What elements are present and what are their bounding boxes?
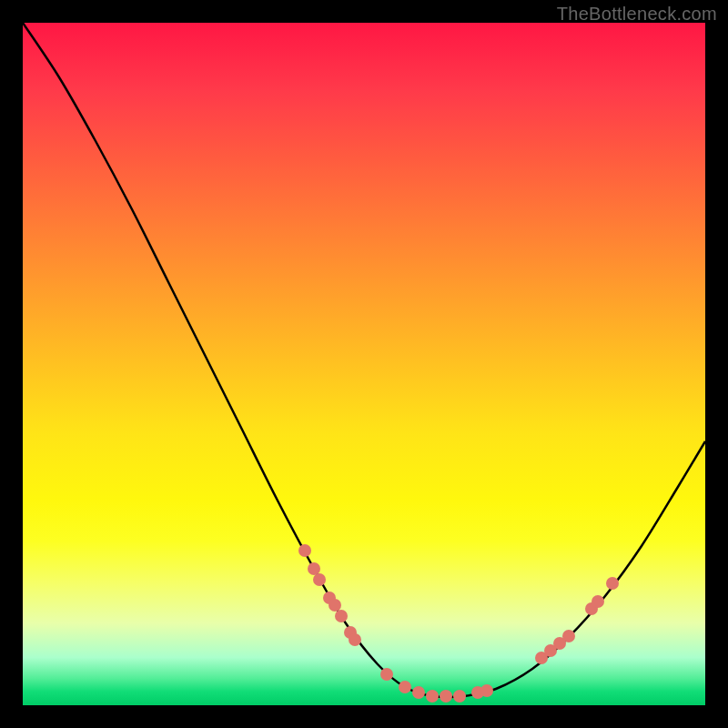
watermark-text: TheBottleneck.com [557,4,717,25]
data-point [453,690,466,703]
data-point [313,573,326,586]
data-point [440,690,452,703]
bottleneck-curve [23,23,705,697]
data-point [380,668,393,681]
data-point [298,544,311,557]
data-point [606,577,619,590]
data-point [426,690,439,703]
data-point [349,633,361,646]
data-point [335,610,348,622]
data-point [562,630,575,642]
data-point [412,686,425,699]
data-point [308,562,320,575]
data-point [399,681,411,693]
data-point [480,684,493,697]
chart-svg [23,23,705,705]
data-point [329,599,341,612]
data-point [592,595,604,608]
